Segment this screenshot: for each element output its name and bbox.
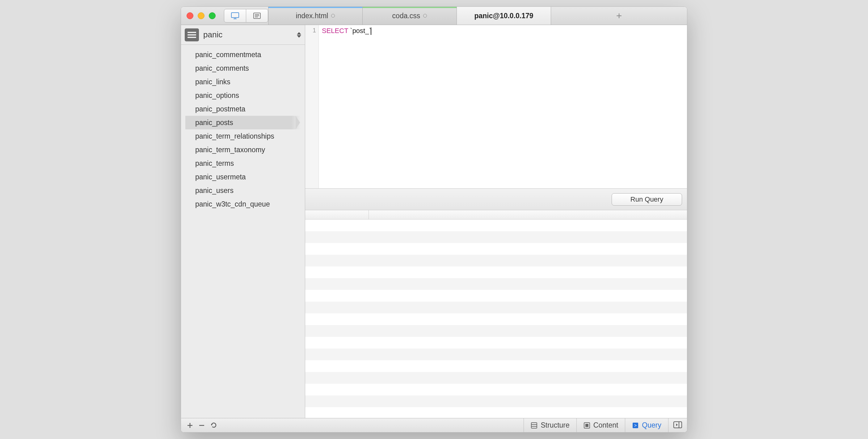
zoom-window-button[interactable] [209, 12, 216, 19]
tab-coda-css[interactable]: coda.css [362, 7, 457, 25]
tab-color-bar [363, 7, 457, 8]
table-row[interactable]: panic_term_taxonomy [185, 143, 301, 157]
footer-tab-structure[interactable]: Structure [524, 418, 576, 432]
refresh-icon [211, 422, 217, 428]
footer-tab-query[interactable]: > Query [625, 418, 669, 432]
table-row[interactable]: panic_term_relationships [185, 129, 301, 143]
result-row [305, 325, 687, 337]
result-row [305, 348, 687, 360]
footer-tab-label: Content [593, 421, 618, 430]
panel-toggle-icon [673, 421, 682, 428]
sidebar: panic panic_commentmetapanic_commentspan… [181, 25, 305, 418]
view-mode-toggle [224, 9, 268, 23]
remove-button[interactable] [199, 421, 205, 430]
svg-marker-12 [211, 424, 213, 426]
results-header [305, 210, 687, 220]
result-row [305, 231, 687, 243]
view-mode-code-button[interactable] [246, 9, 268, 23]
svg-rect-0 [231, 13, 239, 18]
svg-rect-17 [585, 424, 588, 427]
database-selector[interactable]: panic [181, 25, 305, 45]
sql-keyword: SELECT [322, 27, 348, 35]
footer-left-controls [181, 421, 223, 430]
svg-marker-22 [676, 424, 678, 426]
result-row [305, 372, 687, 384]
table-row[interactable]: panic_options [185, 89, 301, 102]
svg-text:>: > [634, 423, 637, 428]
result-row [305, 278, 687, 290]
run-bar: Run Query [305, 189, 687, 210]
result-row [305, 396, 687, 407]
result-row [305, 360, 687, 372]
tab-color-bar [269, 7, 362, 8]
results-rows [305, 220, 687, 418]
svg-marker-8 [297, 35, 301, 38]
table-row[interactable]: panic_posts [185, 116, 301, 129]
titlebar: index.html coda.css panic@10.0.0.179 + [181, 7, 687, 25]
sql-editor[interactable]: 1 SELECT `post_` [305, 25, 687, 189]
new-tab-button[interactable]: + [551, 7, 687, 25]
modified-indicator-icon [423, 14, 427, 18]
result-row [305, 220, 687, 231]
results-pane [305, 210, 687, 418]
modified-indicator-icon [331, 14, 335, 18]
database-name: panic [203, 30, 292, 39]
table-row[interactable]: panic_comments [185, 61, 301, 75]
toggle-panel-button[interactable] [673, 421, 682, 430]
table-row[interactable]: panic_terms [185, 157, 301, 170]
table-row[interactable]: panic_w3tc_cdn_queue [185, 197, 301, 211]
table-row[interactable]: panic_usermeta [185, 170, 301, 184]
database-icon [185, 28, 199, 41]
structure-icon [531, 422, 537, 429]
line-gutter: 1 [305, 25, 319, 188]
monitor-icon [231, 12, 239, 19]
table-row[interactable]: panic_commentmeta [185, 48, 301, 61]
close-window-button[interactable] [187, 12, 193, 19]
results-column[interactable] [305, 210, 369, 219]
tab-index-html[interactable]: index.html [268, 7, 362, 25]
svg-rect-13 [531, 423, 537, 428]
add-button[interactable] [187, 421, 193, 430]
tab-label: coda.css [392, 12, 421, 20]
body: panic panic_commentmetapanic_commentspan… [181, 25, 687, 418]
stepper-icon [297, 32, 301, 38]
footer-tab-label: Structure [540, 421, 569, 430]
result-row [305, 243, 687, 255]
table-row[interactable]: panic_postmeta [185, 102, 301, 116]
tab-label: panic@10.0.0.179 [474, 12, 533, 20]
table-row[interactable]: panic_users [185, 184, 301, 197]
result-row [305, 290, 687, 302]
footer-tab-content[interactable]: Content [577, 418, 625, 432]
document-tabs: index.html coda.css panic@10.0.0.179 + [268, 7, 687, 25]
result-row [305, 313, 687, 325]
tab-panic-db[interactable]: panic@10.0.0.179 [457, 7, 551, 25]
minimize-window-button[interactable] [198, 12, 205, 19]
footer: Structure Content > Query [181, 418, 687, 432]
code-area[interactable]: SELECT `post_` [319, 25, 687, 188]
footer-view-tabs: Structure Content > Query [524, 418, 669, 432]
result-row [305, 384, 687, 396]
view-mode-preview-button[interactable] [224, 9, 246, 23]
run-query-button[interactable]: Run Query [612, 193, 682, 206]
footer-tab-label: Query [642, 421, 661, 430]
tab-label: index.html [296, 12, 328, 20]
content-icon [584, 422, 590, 429]
table-row[interactable]: panic_links [185, 75, 301, 89]
refresh-button[interactable] [211, 421, 217, 430]
traffic-lights [181, 12, 221, 19]
document-lines-icon [253, 13, 261, 19]
result-row [305, 407, 687, 418]
line-number: 1 [305, 27, 316, 34]
result-row [305, 302, 687, 313]
text-cursor [371, 28, 371, 35]
sql-text: `post_` [348, 27, 371, 35]
results-column[interactable] [369, 210, 687, 219]
result-row [305, 337, 687, 348]
app-window: index.html coda.css panic@10.0.0.179 + [181, 6, 687, 433]
result-row [305, 266, 687, 278]
footer-right [669, 421, 687, 430]
query-icon: > [632, 422, 639, 429]
minus-icon [199, 423, 205, 428]
plus-icon [187, 423, 193, 428]
result-row [305, 255, 687, 266]
